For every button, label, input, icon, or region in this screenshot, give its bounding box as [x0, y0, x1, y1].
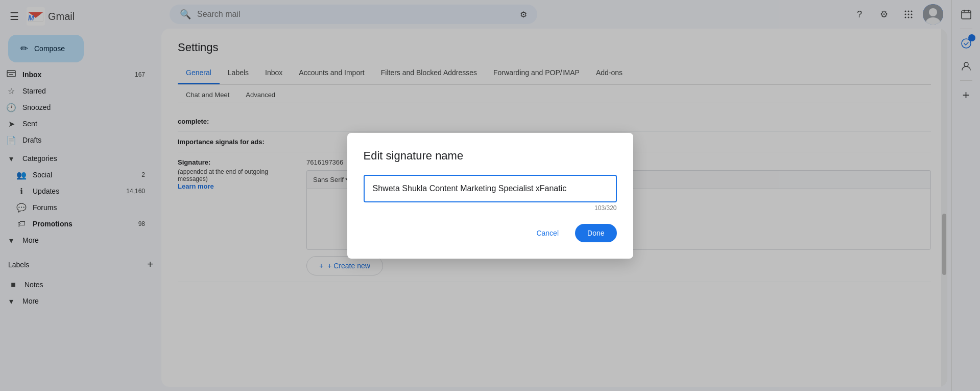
dialog-title: Edit signature name — [364, 149, 617, 163]
edit-signature-dialog: Edit signature name 103/320 Cancel Done — [347, 133, 633, 259]
dialog-buttons: Cancel Done — [364, 224, 617, 242]
signature-name-input[interactable] — [364, 175, 617, 202]
char-count: 103/320 — [364, 204, 617, 212]
done-button[interactable]: Done — [575, 224, 616, 242]
dialog-overlay: Edit signature name 103/320 Cancel Done — [0, 0, 980, 391]
cancel-button[interactable]: Cancel — [524, 224, 571, 242]
